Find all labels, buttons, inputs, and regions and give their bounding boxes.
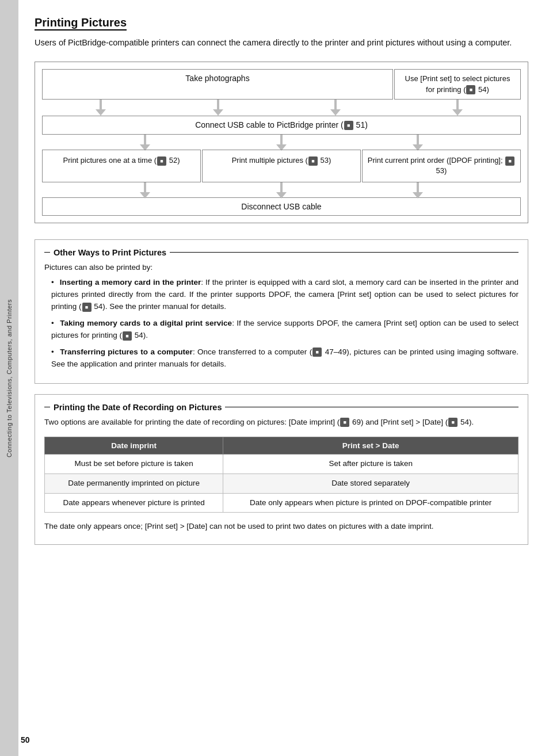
table-cell-2-2: Date stored separately (223, 474, 518, 493)
ref-icon-54d: ■ (448, 418, 458, 427)
flow-right-arrow (394, 100, 521, 116)
table-row: Date permanently imprinted on picture Da… (45, 474, 518, 493)
ref-icon-54c: ■ (123, 331, 132, 341)
table-cell-1-1: Must be set before picture is taken (45, 454, 223, 474)
arrow-v3 (330, 100, 341, 116)
flow-diagram: Take photographs Use [Print set] to sele… (35, 62, 528, 223)
arrow-v2 (213, 100, 223, 116)
flow-arrows-row1 (42, 100, 521, 116)
flow-disconnect-box: Disconnect USB cable (42, 197, 521, 216)
printing-date-intro: Two options are available for printing t… (44, 417, 518, 429)
bullet-2-bold: Taking memory cards to a digital print s… (60, 319, 232, 327)
bullet-2: Taking memory cards to a digital print s… (51, 318, 518, 342)
page-title: Printing Pictures (35, 16, 127, 30)
flow-box-1: Print pictures one at a time (■ 52) (42, 150, 201, 182)
intro-text: Users of PictBridge-compatible printers … (35, 36, 528, 49)
flow-take-photos-box: Take photographs (42, 69, 393, 99)
arrow-v7 (413, 135, 423, 151)
table-cell-1-2: Set after picture is taken (223, 454, 518, 474)
table-header-2: Print set > Date (223, 437, 518, 454)
table-header-1: Date imprint (45, 437, 223, 454)
flow-left-arrows (42, 100, 394, 116)
bullet-3-bold: Transferring pictures to a computer (60, 348, 193, 356)
date-table: Date imprint Print set > Date Must be se… (44, 437, 518, 513)
ref-icon-54b: ■ (82, 303, 92, 312)
flow-box-2: Print multiple pictures (■ 53) (202, 150, 361, 182)
bullet-1-bold: Inserting a memory card in the printer (60, 278, 201, 287)
side-tab-label: Connecting to Televisions, Computers, an… (6, 299, 13, 457)
arrow-v5 (140, 135, 150, 151)
printing-date-footer: The date only appears once; [Print set] … (44, 521, 518, 533)
flow-three-boxes: Print pictures one at a time (■ 52) Prin… (42, 150, 521, 182)
flow-arrows-row2 (42, 135, 521, 150)
printing-date-section: Printing the Date of Recording on Pictur… (35, 394, 528, 545)
other-ways-intro: Pictures can also be printed by: (44, 262, 518, 274)
ref-icon-53a: ■ (308, 156, 318, 166)
flow-print-set-box: Use [Print set] to select pictures for p… (394, 69, 521, 99)
side-tab: Connecting to Televisions, Computers, an… (0, 0, 18, 756)
flow-box-3: Print current print order ([DPOF printin… (362, 150, 521, 182)
other-ways-title: Other Ways to Print Pictures (44, 248, 518, 257)
ref-icon-51: ■ (344, 121, 353, 130)
page-number: 50 (21, 735, 30, 744)
table-row: Date appears whenever picture is printed… (45, 493, 518, 513)
table-row: Must be set before picture is taken Set … (45, 454, 518, 474)
flow-top-row: Take photographs Use [Print set] to sele… (42, 69, 521, 99)
table-cell-3-1: Date appears whenever picture is printed (45, 493, 223, 513)
table-cell-2-1: Date permanently imprinted on picture (45, 474, 223, 493)
flow-print-set-text: Use [Print set] to select pictures for p… (405, 74, 510, 93)
bullet-3: Transferring pictures to a computer: Onc… (51, 346, 518, 371)
arrow-v4 (452, 100, 463, 116)
arrow-v9 (276, 182, 287, 198)
bullet-1: Inserting a memory card in the printer: … (51, 277, 518, 313)
flow-arrows-row3 (42, 182, 521, 197)
table-cell-3-2: Date only appears when picture is printe… (223, 493, 518, 513)
ref-icon-54a: ■ (466, 85, 475, 94)
ref-icon-47: ■ (312, 348, 322, 357)
arrow-v6 (276, 135, 287, 151)
flow-usb-text: Connect USB cable to PictBridge printer … (195, 120, 368, 129)
arrow-v10 (413, 182, 423, 198)
ref-icon-53b: ■ (505, 156, 514, 166)
main-content: Printing Pictures Users of PictBridge-co… (18, 0, 549, 756)
other-ways-section: Other Ways to Print Pictures Pictures ca… (35, 239, 528, 384)
ref-icon-52: ■ (157, 156, 166, 166)
arrow-v1 (96, 100, 106, 116)
ref-icon-69: ■ (340, 418, 349, 427)
printing-date-title: Printing the Date of Recording on Pictur… (44, 403, 518, 412)
flow-usb-box: Connect USB cable to PictBridge printer … (42, 116, 521, 135)
arrow-v8 (140, 182, 150, 198)
